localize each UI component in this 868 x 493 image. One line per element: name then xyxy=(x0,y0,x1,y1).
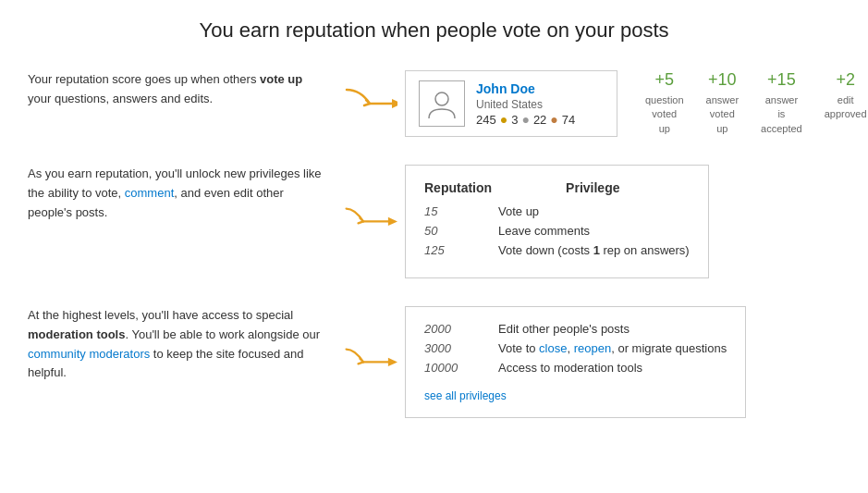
svg-marker-0 xyxy=(392,99,397,108)
section3-text: At the highest levels, you'll have acces… xyxy=(28,306,324,383)
mod-desc-2000: Edit other people's posts xyxy=(498,322,630,336)
mod-rep-10000: 10000 xyxy=(424,361,498,375)
comment-link[interactable]: comment xyxy=(125,186,174,200)
rep-gain-label-question: questionvoted up xyxy=(645,93,684,136)
silver-count: 22 xyxy=(533,113,546,127)
page-title: You earn reputation when people vote on … xyxy=(28,18,840,43)
priv-rep-15: 15 xyxy=(424,204,498,218)
rep-gain-value-accepted: +15 xyxy=(767,70,796,90)
gold-count: 3 xyxy=(511,113,518,127)
section3-text-content: At the highest levels, you'll have acces… xyxy=(28,308,320,379)
rep-gain-value-answer: +10 xyxy=(708,70,737,90)
section2-text-content: As you earn reputation, you'll unlock ne… xyxy=(28,166,322,219)
mod-table: 2000 Edit other people's posts 3000 Vote… xyxy=(405,306,746,418)
mod-desc-3000: Vote to close, reopen, or migrate questi… xyxy=(498,341,727,355)
svg-marker-3 xyxy=(388,358,397,366)
priv-row-15: 15 Vote up xyxy=(424,204,690,218)
gold-dot: ● xyxy=(500,113,507,126)
profile-location: United States xyxy=(476,98,575,111)
avatar xyxy=(419,80,465,127)
rep-gain-value-edit: +2 xyxy=(836,70,855,90)
rep-gain-value-question: +5 xyxy=(655,70,675,90)
arrow2-icon xyxy=(342,204,397,239)
rep-gains: +5 questionvoted up +10 answervoted up +… xyxy=(645,70,867,136)
community-moderators-link[interactable]: community moderators xyxy=(28,347,150,361)
avatar-image xyxy=(425,87,458,120)
priv-desc-15: Vote up xyxy=(498,204,539,218)
text-part1: Your reputation score goes up when other… xyxy=(28,72,260,86)
mod-rep-3000: 3000 xyxy=(424,341,498,355)
privileges-table: Reputation Privilege 15 Vote up 50 Leave… xyxy=(405,165,709,278)
section-reputation-intro: Your reputation score goes up when other… xyxy=(28,70,840,137)
priv-rep-125: 125 xyxy=(424,243,498,257)
profile-info: John Doe United States 245 ● 3 ● 22 ● 74 xyxy=(476,81,575,127)
section1-text: Your reputation score goes up when other… xyxy=(28,70,324,109)
see-all-privileges-link[interactable]: see all privileges xyxy=(424,389,507,402)
profile-name: John Doe xyxy=(476,81,575,96)
text-part2: your questions, answers and edits. xyxy=(28,92,213,105)
reopen-link[interactable]: reopen xyxy=(574,341,611,355)
svg-marker-2 xyxy=(388,217,397,226)
close-link[interactable]: close xyxy=(539,341,567,355)
section2-content: Reputation Privilege 15 Vote up 50 Leave… xyxy=(342,165,840,278)
bronze-count: 74 xyxy=(562,113,575,127)
rep-gain-question: +5 questionvoted up xyxy=(645,70,684,136)
mod-row-10000: 10000 Access to moderation tools xyxy=(424,361,727,375)
arrow-icon xyxy=(342,85,397,122)
mod-rep-2000: 2000 xyxy=(424,322,498,336)
priv-row-50: 50 Leave comments xyxy=(424,224,690,238)
rep-gain-label-accepted: answer isaccepted xyxy=(761,93,802,136)
rep-gain-label-edit: editapproved xyxy=(825,93,867,122)
text-bold: vote up xyxy=(260,72,302,86)
section-privileges: As you earn reputation, you'll unlock ne… xyxy=(28,165,840,278)
priv-col2-header: Privilege xyxy=(566,180,619,195)
priv-rep-50: 50 xyxy=(424,224,498,238)
profile-score: 245 ● 3 ● 22 ● 74 xyxy=(476,113,575,127)
priv-desc-125: Vote down (costs 1 rep on answers) xyxy=(498,243,690,257)
priv-desc-50: Leave comments xyxy=(498,224,590,238)
rep-gain-label-answer: answervoted up xyxy=(706,93,739,136)
mod-desc-10000: Access to moderation tools xyxy=(498,361,642,375)
priv-col1-header: Reputation xyxy=(424,180,492,195)
section-moderation: At the highest levels, you'll have acces… xyxy=(28,306,840,418)
mod-row-3000: 3000 Vote to close, reopen, or migrate q… xyxy=(424,341,727,355)
priv-header: Reputation Privilege xyxy=(424,180,690,195)
profile-area: John Doe United States 245 ● 3 ● 22 ● 74… xyxy=(405,70,867,137)
section1-content: John Doe United States 245 ● 3 ● 22 ● 74… xyxy=(342,70,867,137)
profile-card: John Doe United States 245 ● 3 ● 22 ● 74 xyxy=(405,70,617,137)
section2-text: As you earn reputation, you'll unlock ne… xyxy=(28,165,324,222)
priv-row-125: 125 Vote down (costs 1 rep on answers) xyxy=(424,243,690,257)
mod-row-2000: 2000 Edit other people's posts xyxy=(424,322,727,336)
rep-gain-edit: +2 editapproved xyxy=(825,70,867,122)
rep-gain-answer: +10 answervoted up xyxy=(706,70,739,136)
silver-dot: ● xyxy=(521,113,529,126)
svg-point-1 xyxy=(435,92,448,105)
rep-gain-accepted: +15 answer isaccepted xyxy=(761,70,802,136)
arrow3-icon xyxy=(342,345,397,379)
score-number: 245 xyxy=(476,113,496,127)
bronze-dot: ● xyxy=(550,113,557,126)
section3-content: 2000 Edit other people's posts 3000 Vote… xyxy=(342,306,840,418)
